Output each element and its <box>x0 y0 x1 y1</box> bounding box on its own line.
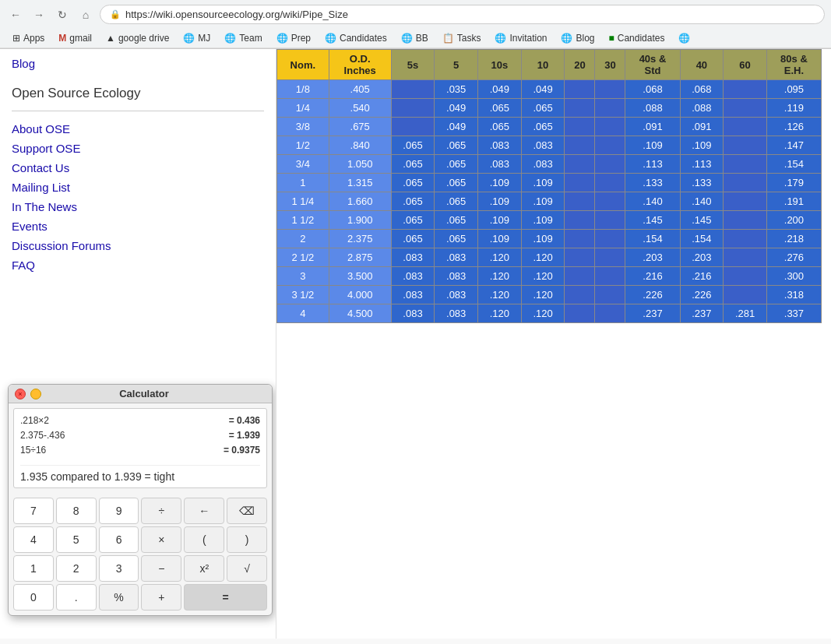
cell-empty <box>595 118 625 136</box>
bookmark-candidates2[interactable]: ■ Candidates <box>603 31 671 45</box>
calc-btn-0[interactable]: 0 <box>13 584 54 611</box>
calc-btn-square[interactable]: x² <box>184 555 224 582</box>
header-20: 20 <box>565 50 595 80</box>
gmail-icon: M <box>58 33 66 44</box>
invitation-icon: 🌐 <box>495 33 506 44</box>
calc-btn-1[interactable]: 1 <box>13 555 54 582</box>
address-bar[interactable]: 🔒 https://wiki.opensourceecology.org/wik… <box>100 5 825 24</box>
cell-empty <box>724 118 767 136</box>
table-row: 3/41.050.065.065.083.083.113.113.154 <box>277 155 822 174</box>
sidebar-item-support-ose[interactable]: Support OSE <box>12 140 264 157</box>
header-10s: 10s <box>478 50 522 80</box>
bookmark-tasks[interactable]: 📋 Tasks <box>436 31 488 45</box>
calc-btn-clear[interactable]: ⌫ <box>227 498 267 524</box>
cell-value: .083 <box>478 136 522 155</box>
calc-btn-2[interactable]: 2 <box>56 555 97 582</box>
bookmark-prep[interactable]: 🌐 Prep <box>270 31 317 45</box>
cell-value: .140 <box>680 192 724 211</box>
bookmark-invitation-label: Invitation <box>509 33 547 44</box>
sidebar-item-mailing-list[interactable]: Mailing List <box>12 179 264 195</box>
calc-btn-decimal[interactable]: . <box>56 584 97 611</box>
table-row: 1/2.840.065.065.083.083.109.109.147 <box>277 136 822 155</box>
lock-icon: 🔒 <box>110 9 121 19</box>
bookmark-candidates1[interactable]: 🌐 Candidates <box>319 31 393 45</box>
sidebar-item-about-ose[interactable]: About OSE <box>12 121 264 137</box>
calc-btn-7[interactable]: 7 <box>13 498 54 524</box>
calc-btn-percent[interactable]: % <box>99 584 139 611</box>
cell-od: 4.500 <box>329 304 391 323</box>
cell-empty <box>595 267 625 286</box>
cell-value: .065 <box>435 136 478 155</box>
calc-btn-4[interactable]: 4 <box>13 526 54 553</box>
table-row: 3/8.675.049.065.065.091.091.126 <box>277 118 822 136</box>
calculator-buttons: 7 8 9 ÷ ← ⌫ 4 5 6 × ( ) 1 2 3 − x² √ <box>9 493 272 615</box>
apps-icon: ⊞ <box>12 33 20 44</box>
calc-btn-subtract[interactable]: − <box>141 555 181 582</box>
browser-chrome: ← → ↻ ⌂ 🔒 https://wiki.opensourceecology… <box>0 0 831 49</box>
bookmark-gmail[interactable]: M gmail <box>52 31 98 45</box>
calc-btn-3[interactable]: 3 <box>99 555 139 582</box>
team-icon: 🌐 <box>224 33 236 44</box>
cell-nom: 2 1/2 <box>277 248 329 267</box>
cell-empty <box>724 136 767 155</box>
bookmark-bb[interactable]: 🌐 BB <box>395 31 435 45</box>
bookmark-team[interactable]: 🌐 Team <box>218 31 268 45</box>
sidebar-divider <box>12 111 264 111</box>
header-40: 40 <box>680 50 724 80</box>
cell-value: .065 <box>521 118 565 136</box>
bookmark-blog[interactable]: 🌐 Blog <box>555 31 600 45</box>
bookmark-apps[interactable]: ⊞ Apps <box>6 31 51 45</box>
calc-btn-add[interactable]: + <box>141 584 181 611</box>
bookmark-gdrive[interactable]: ▲ google drive <box>100 31 175 45</box>
bookmark-gdrive-label: google drive <box>118 33 169 44</box>
cell-od: 1.050 <box>329 155 391 174</box>
cell-empty <box>595 230 625 248</box>
bookmark-more[interactable]: 🌐 <box>672 31 696 45</box>
calc-btn-multiply[interactable]: × <box>141 526 181 553</box>
calc-btn-5[interactable]: 5 <box>56 526 97 553</box>
cell-value: .095 <box>766 80 821 99</box>
calc-btn-equals[interactable]: = <box>184 584 267 611</box>
calc-btn-close-paren[interactable]: ) <box>227 526 267 553</box>
bookmark-tasks-label: Tasks <box>457 33 481 44</box>
cell-value: .120 <box>521 286 565 304</box>
sidebar-item-faq[interactable]: FAQ <box>12 257 264 273</box>
cell-value: .083 <box>478 155 522 174</box>
calculator-result-text: 1.935 compared to 1.939 = tight <box>20 465 260 483</box>
calc-btn-sqrt[interactable]: √ <box>227 555 267 582</box>
calc-btn-8[interactable]: 8 <box>56 498 97 524</box>
cell-empty <box>565 286 595 304</box>
back-button[interactable]: ← <box>6 5 25 24</box>
table-row: 22.375.065.065.109.109.154.154.218 <box>277 230 822 248</box>
cell-empty <box>724 80 767 99</box>
sidebar-item-in-the-news[interactable]: In The News <box>12 199 264 215</box>
calculator-close-button[interactable]: × <box>15 389 26 399</box>
cell-value: .083 <box>435 304 478 323</box>
sidebar-blog-link[interactable]: Blog <box>12 57 264 70</box>
calc-btn-divide[interactable]: ÷ <box>141 498 181 524</box>
cell-value: .120 <box>478 248 522 267</box>
cell-value: .216 <box>680 267 724 286</box>
calc-expr-1: .218×2 <box>20 413 49 428</box>
calc-btn-6[interactable]: 6 <box>99 526 139 553</box>
sidebar-item-contact-us[interactable]: Contact Us <box>12 160 264 176</box>
calculator-minimize-button[interactable] <box>30 389 41 399</box>
calc-btn-open-paren[interactable]: ( <box>184 526 224 553</box>
cell-empty <box>595 155 625 174</box>
refresh-button[interactable]: ↻ <box>53 5 72 24</box>
prep-icon: 🌐 <box>276 33 288 44</box>
header-nom: Nom. <box>277 50 329 80</box>
bookmark-invitation[interactable]: 🌐 Invitation <box>488 31 553 45</box>
sidebar-item-events[interactable]: Events <box>12 218 264 234</box>
cell-value: .145 <box>625 211 680 230</box>
sidebar-item-discussion-forums[interactable]: Discussion Forums <box>12 238 264 254</box>
cell-value: .065 <box>391 136 435 155</box>
cell-empty <box>565 267 595 286</box>
home-button[interactable]: ⌂ <box>76 5 95 24</box>
calc-btn-back[interactable]: ← <box>184 498 224 524</box>
cell-value: .281 <box>724 304 767 323</box>
forward-button[interactable]: → <box>30 5 48 24</box>
calc-btn-9[interactable]: 9 <box>99 498 139 524</box>
bookmark-mj[interactable]: 🌐 MJ <box>177 31 217 45</box>
header-5: 5 <box>435 50 478 80</box>
